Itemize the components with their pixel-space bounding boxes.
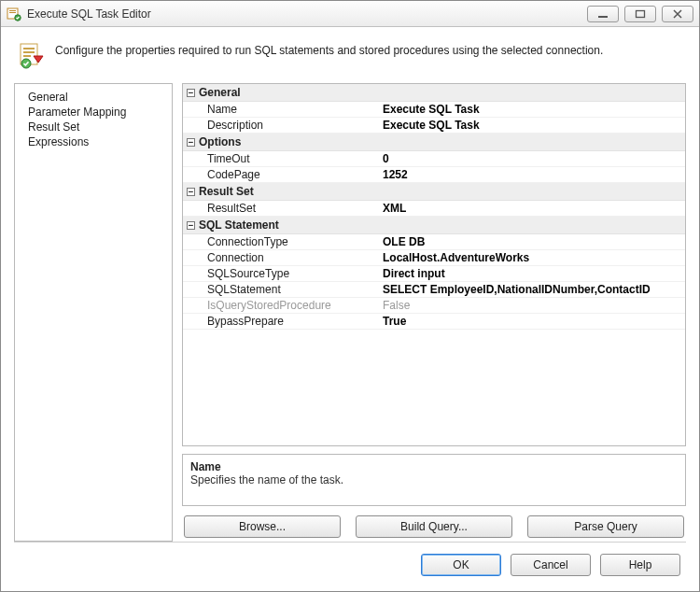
property-label: Description <box>183 118 379 133</box>
collapse-icon[interactable]: − <box>187 89 195 97</box>
collapse-icon[interactable]: − <box>187 221 195 230</box>
svg-rect-9 <box>23 55 31 57</box>
property-label: ConnectionType <box>183 234 379 249</box>
help-title: Name <box>190 460 678 473</box>
body: General Parameter Mapping Result Set Exp… <box>14 83 686 542</box>
property-row[interactable]: SQLSourceType Direct input <box>183 266 685 282</box>
parse-query-button[interactable]: Parse Query <box>527 515 684 538</box>
browse-button[interactable]: Browse... <box>184 515 341 538</box>
section-label: Result Set <box>199 185 254 198</box>
app-icon <box>7 7 21 21</box>
property-row[interactable]: CodePage 1252 <box>183 167 685 183</box>
property-row[interactable]: Connection LocalHost.AdventureWorks <box>183 250 685 266</box>
property-label: Name <box>183 102 379 117</box>
property-value[interactable]: 1252 <box>379 167 685 182</box>
property-row[interactable]: BypassPrepare True <box>183 314 685 330</box>
property-row[interactable]: ConnectionType OLE DB <box>183 234 685 250</box>
property-value[interactable]: OLE DB <box>379 234 685 249</box>
task-icon <box>18 42 46 70</box>
property-row[interactable]: ResultSet XML <box>183 201 685 217</box>
property-label: SQLSourceType <box>183 266 379 281</box>
minimize-button[interactable] <box>587 6 619 22</box>
property-row[interactable]: TimeOut 0 <box>183 151 685 167</box>
section-options[interactable]: − Options <box>183 134 685 151</box>
sidebar-item-general[interactable]: General <box>15 90 172 105</box>
property-value[interactable]: Direct input <box>379 266 685 281</box>
help-description: Specifies the name of the task. <box>190 473 678 486</box>
maximize-button[interactable] <box>624 6 656 22</box>
sidebar-item-result-set[interactable]: Result Set <box>15 120 172 134</box>
help-panel: Name Specifies the name of the task. <box>182 454 686 506</box>
property-label: BypassPrepare <box>183 314 379 329</box>
section-sql-statement[interactable]: − SQL Statement <box>183 217 685 234</box>
intro-text: Configure the properties required to run… <box>55 42 603 57</box>
dialog-window: Execute SQL Task Editor <box>0 0 700 592</box>
property-grid: − General Name Execute SQL Task Descript… <box>182 83 686 446</box>
svg-rect-4 <box>598 16 608 18</box>
property-label: CodePage <box>183 167 379 182</box>
property-row[interactable]: Name Execute SQL Task <box>183 102 685 118</box>
property-label: ResultSet <box>183 201 379 216</box>
section-general[interactable]: − General <box>183 84 685 102</box>
mid-button-row: Browse... Build Query... Parse Query <box>182 514 686 542</box>
footer: OK Cancel Help <box>14 542 686 582</box>
sidebar-item-expressions[interactable]: Expressions <box>15 134 172 149</box>
ok-button[interactable]: OK <box>421 554 501 576</box>
property-label: SQLStatement <box>183 282 379 297</box>
section-result-set[interactable]: − Result Set <box>183 183 685 201</box>
svg-rect-1 <box>9 10 16 11</box>
content-area: Configure the properties required to run… <box>1 27 699 591</box>
property-value[interactable]: True <box>379 314 685 329</box>
property-row[interactable]: Description Execute SQL Task <box>183 118 685 134</box>
property-value: False <box>379 298 685 313</box>
property-value[interactable]: LocalHost.AdventureWorks <box>379 250 685 265</box>
svg-rect-5 <box>637 10 645 17</box>
property-value[interactable]: SELECT EmployeeID,NationalIDNumber,Conta… <box>379 282 685 297</box>
property-label: IsQueryStoredProcedure <box>183 298 379 313</box>
svg-rect-8 <box>23 51 35 53</box>
section-label: SQL Statement <box>199 218 279 232</box>
section-label: General <box>199 86 241 99</box>
collapse-icon[interactable]: − <box>187 138 195 147</box>
property-value[interactable]: Execute SQL Task <box>379 102 685 117</box>
main-panel: − General Name Execute SQL Task Descript… <box>182 83 686 542</box>
close-button[interactable] <box>662 6 693 22</box>
intro-area: Configure the properties required to run… <box>14 38 686 83</box>
collapse-icon[interactable]: − <box>187 188 195 196</box>
property-row: IsQueryStoredProcedure False <box>183 298 685 314</box>
svg-rect-7 <box>23 48 35 49</box>
sidebar: General Parameter Mapping Result Set Exp… <box>14 83 173 542</box>
property-value[interactable]: XML <box>379 201 685 216</box>
sidebar-item-parameter-mapping[interactable]: Parameter Mapping <box>15 105 172 120</box>
window-title: Execute SQL Task Editor <box>27 7 587 21</box>
window-controls <box>587 6 693 22</box>
titlebar[interactable]: Execute SQL Task Editor <box>1 1 699 27</box>
property-label: Connection <box>183 250 379 265</box>
property-label: TimeOut <box>183 151 379 166</box>
property-row[interactable]: SQLStatement SELECT EmployeeID,NationalI… <box>183 282 685 298</box>
property-value[interactable]: 0 <box>379 151 685 166</box>
section-label: Options <box>199 135 241 148</box>
help-button[interactable]: Help <box>600 554 680 576</box>
property-value[interactable]: Execute SQL Task <box>379 118 685 133</box>
svg-rect-2 <box>9 12 16 13</box>
build-query-button[interactable]: Build Query... <box>356 515 512 538</box>
cancel-button[interactable]: Cancel <box>511 554 591 576</box>
